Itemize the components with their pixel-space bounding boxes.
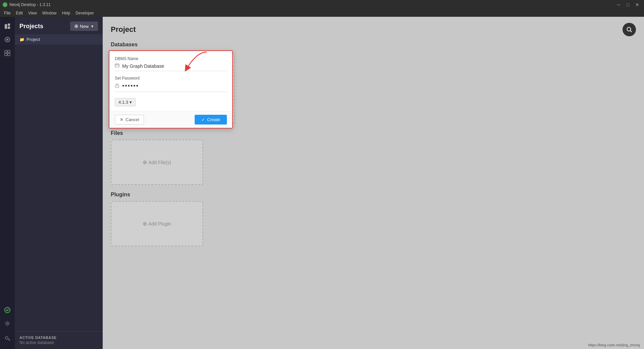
svg-rect-14 <box>115 64 119 67</box>
active-db-label: Active database <box>19 336 98 340</box>
svg-rect-6 <box>8 50 10 53</box>
svg-point-11 <box>6 322 8 325</box>
sidebar-icon-projects[interactable] <box>1 20 13 32</box>
menubar: File Edit View Window Help Developer <box>0 9 644 17</box>
app-body: Projects ⊕ New ▼ 📁 Project Active databa… <box>0 17 644 349</box>
minimize-button[interactable]: ─ <box>615 1 623 8</box>
notification-icon[interactable] <box>1 304 13 316</box>
cancel-x-icon: ✕ <box>120 117 123 122</box>
projects-sidebar: Projects ⊕ New ▼ 📁 Project Active databa… <box>15 17 103 349</box>
menu-developer[interactable]: Developer <box>73 10 97 16</box>
svg-rect-15 <box>115 85 119 88</box>
menu-window[interactable]: Window <box>40 10 59 16</box>
dbms-name-input[interactable] <box>122 63 227 69</box>
cancel-button[interactable]: ✕ Cancel <box>115 115 144 124</box>
folder-icon: 📁 <box>19 37 24 42</box>
window-controls[interactable]: ─ □ ✕ <box>615 1 641 8</box>
svg-rect-2 <box>8 27 10 29</box>
menu-edit[interactable]: Edit <box>13 10 26 16</box>
dbms-name-icon <box>115 63 119 69</box>
dbms-name-label: DBMS Name <box>115 56 227 61</box>
project-item[interactable]: 📁 Project <box>15 34 103 45</box>
new-btn-label: New <box>80 24 89 29</box>
icon-sidebar <box>0 17 15 349</box>
projects-title: Projects <box>19 23 43 30</box>
menu-file[interactable]: File <box>1 10 13 16</box>
svg-rect-5 <box>5 50 7 53</box>
create-dbms-dialog: DBMS Name Set Password <box>109 50 233 129</box>
password-row: •••••• <box>115 83 227 92</box>
main-content: Project Databases ⊕ Add Database Files ⊕… <box>103 17 644 349</box>
svg-rect-0 <box>5 24 7 29</box>
dialog-overlay: DBMS Name Set Password <box>103 17 644 349</box>
maximize-button[interactable]: □ <box>625 1 631 8</box>
app-title: Neo4j Desktop - 1.3.11 <box>9 2 51 7</box>
version-select[interactable]: 4.1.3 ▾ <box>115 98 136 106</box>
new-btn-plus-icon: ⊕ <box>74 23 79 29</box>
sidebar-footer: Active database No active database <box>15 331 103 349</box>
version-label: 4.1.3 <box>118 100 128 105</box>
new-button[interactable]: ⊕ New ▼ <box>70 21 98 31</box>
project-item-label: Project <box>27 37 40 42</box>
dialog-footer: ✕ Cancel ✓ Create <box>109 111 232 128</box>
dbms-name-row <box>115 63 227 71</box>
titlebar: Neo4j Desktop - 1.3.11 ─ □ ✕ <box>0 0 644 9</box>
set-password-label: Set Password <box>115 76 227 81</box>
menu-view[interactable]: View <box>26 10 40 16</box>
active-db-value: No active database <box>19 340 98 345</box>
lock-icon <box>115 83 119 89</box>
svg-point-12 <box>5 337 8 339</box>
key-icon[interactable] <box>1 332 13 344</box>
password-input[interactable]: •••••• <box>122 83 139 90</box>
app-logo <box>3 2 7 7</box>
create-button[interactable]: ✓ Create <box>195 115 227 124</box>
cancel-label: Cancel <box>126 117 139 122</box>
svg-point-4 <box>6 39 8 41</box>
create-check-icon: ✓ <box>201 117 205 122</box>
projects-header: Projects ⊕ New ▼ <box>15 17 103 34</box>
menu-help[interactable]: Help <box>59 10 73 16</box>
settings-icon[interactable] <box>1 317 13 330</box>
create-label: Create <box>207 117 220 122</box>
svg-rect-8 <box>8 53 10 56</box>
svg-rect-1 <box>8 23 10 26</box>
sidebar-icon-graph[interactable] <box>1 34 13 46</box>
dialog-body: DBMS Name Set Password <box>109 51 232 111</box>
close-button[interactable]: ✕ <box>633 1 641 8</box>
new-btn-chevron-icon: ▼ <box>91 24 94 28</box>
svg-rect-7 <box>5 53 7 56</box>
version-chevron-icon: ▾ <box>130 100 132 105</box>
sidebar-icon-grid[interactable] <box>1 47 13 59</box>
